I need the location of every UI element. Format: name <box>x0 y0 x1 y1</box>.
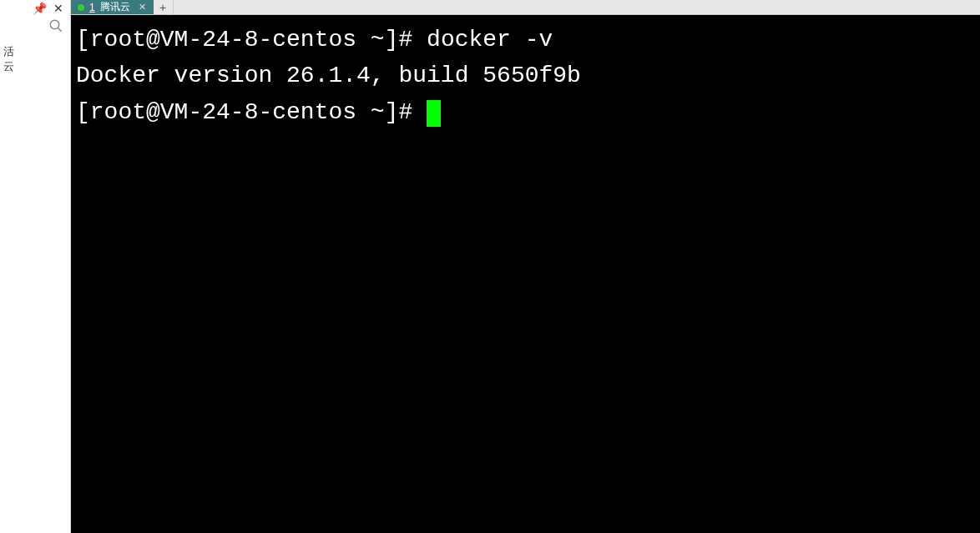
tab-tencent-cloud[interactable]: 1 腾讯云 ✕ <box>71 0 154 14</box>
sidebar: 📌 ✕ 活 云 <box>0 0 71 533</box>
sidebar-controls: 📌 ✕ <box>0 0 70 15</box>
prompt: [root@VM-24-8-centos ~]# <box>76 27 427 53</box>
add-tab-button[interactable]: + <box>154 0 174 14</box>
tab-close-icon[interactable]: ✕ <box>139 2 146 13</box>
cursor-icon <box>427 100 441 127</box>
svg-point-0 <box>50 20 59 29</box>
sidebar-text-line: 活 <box>3 44 67 59</box>
main-area: 1 腾讯云 ✕ + [root@VM-24-8-centos ~]# docke… <box>71 0 980 533</box>
sidebar-text: 活 云 <box>0 39 70 79</box>
sidebar-close-icon[interactable]: ✕ <box>53 2 63 15</box>
svg-line-1 <box>58 28 62 32</box>
terminal-line: [root@VM-24-8-centos ~]# <box>76 94 975 130</box>
prompt: [root@VM-24-8-centos ~]# <box>76 99 427 125</box>
sidebar-text-line: 云 <box>3 59 67 74</box>
terminal-line: [root@VM-24-8-centos ~]# docker -v <box>76 22 975 58</box>
search-icon[interactable] <box>48 18 63 38</box>
terminal-output: Docker version 26.1.4, build 5650f9b <box>76 58 975 93</box>
command-text: docker -v <box>427 27 553 53</box>
status-dot-icon <box>78 4 84 11</box>
sidebar-search-row <box>0 15 70 39</box>
tab-bar: 1 腾讯云 ✕ + <box>71 0 980 15</box>
tab-number: 1 <box>89 2 95 13</box>
terminal[interactable]: [root@VM-24-8-centos ~]# docker -vDocker… <box>71 15 980 533</box>
tab-label: 腾讯云 <box>100 0 130 14</box>
pin-icon[interactable]: 📌 <box>33 2 47 15</box>
